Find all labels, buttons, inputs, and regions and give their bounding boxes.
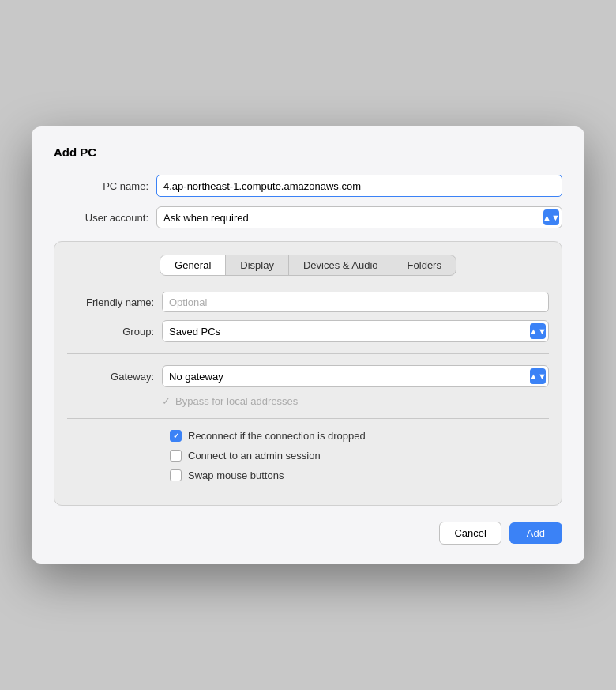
dialog-title: Add PC <box>54 145 562 159</box>
swap-mouse-label: Swap mouse buttons <box>188 469 284 481</box>
bypass-checkmark-icon: ✓ <box>162 395 171 407</box>
tab-folders[interactable]: Folders <box>393 255 456 275</box>
user-account-select-wrapper: Ask when required Add a user account... … <box>156 206 562 228</box>
group-select-wrapper: Saved PCs ▲▼ <box>162 320 549 342</box>
general-tab-content: Friendly name: Group: Saved PCs ▲▼ Gatew… <box>67 292 549 481</box>
reconnect-label: Reconnect if the connection is dropped <box>188 430 366 442</box>
reconnect-row: Reconnect if the connection is dropped <box>170 430 549 442</box>
add-button[interactable]: Add <box>509 522 562 544</box>
reconnect-checkbox[interactable] <box>170 430 182 442</box>
friendly-name-row: Friendly name: <box>67 292 549 312</box>
gateway-label: Gateway: <box>67 371 154 383</box>
group-label: Group: <box>67 326 154 337</box>
dialog-footer: Cancel Add <box>54 522 562 545</box>
gateway-select[interactable]: No gateway <box>162 365 549 387</box>
friendly-name-input[interactable] <box>162 292 549 312</box>
group-select[interactable]: Saved PCs <box>162 320 549 342</box>
swap-mouse-checkbox[interactable] <box>170 469 182 481</box>
admin-session-row: Connect to an admin session <box>170 450 549 462</box>
admin-session-checkbox[interactable] <box>170 450 182 462</box>
bypass-label: Bypass for local addresses <box>175 395 298 407</box>
tab-display[interactable]: Display <box>226 255 289 275</box>
cancel-button[interactable]: Cancel <box>439 522 501 545</box>
tab-general[interactable]: General <box>160 255 226 275</box>
tab-devices-audio[interactable]: Devices & Audio <box>289 255 393 275</box>
swap-mouse-row: Swap mouse buttons <box>170 469 549 481</box>
user-account-label: User account: <box>54 212 148 224</box>
gateway-row: Gateway: No gateway ▲▼ <box>67 365 549 387</box>
gateway-select-wrapper: No gateway ▲▼ <box>162 365 549 387</box>
pc-name-row: PC name: <box>54 175 562 197</box>
pc-name-label: PC name: <box>54 180 148 192</box>
pc-name-input[interactable] <box>156 175 562 197</box>
divider-1 <box>67 353 549 354</box>
friendly-name-label: Friendly name: <box>67 296 154 308</box>
user-account-select[interactable]: Ask when required Add a user account... <box>156 206 562 228</box>
add-pc-dialog: Add PC PC name: User account: Ask when r… <box>32 126 584 564</box>
tab-container: General Display Devices & Audio Folders … <box>54 241 562 506</box>
user-account-row: User account: Ask when required Add a us… <box>54 206 562 228</box>
admin-session-label: Connect to an admin session <box>188 450 321 462</box>
bypass-row: ✓ Bypass for local addresses <box>162 395 549 407</box>
tab-bar: General Display Devices & Audio Folders <box>160 255 456 276</box>
group-row: Group: Saved PCs ▲▼ <box>67 320 549 342</box>
divider-2 <box>67 418 549 419</box>
